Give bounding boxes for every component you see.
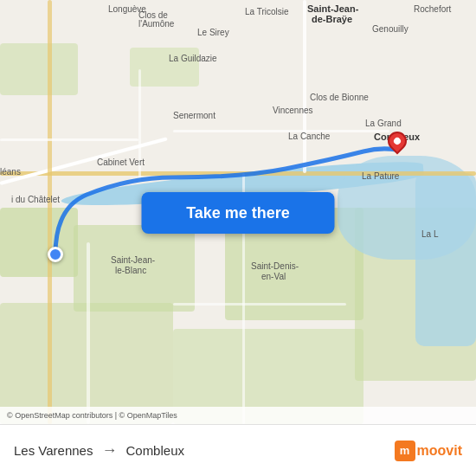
dest-marker-inner bbox=[383, 127, 410, 154]
attribution-text: © OpenStreetMap contributors | © OpenMap… bbox=[7, 411, 177, 420]
route-from: Les Varennes bbox=[14, 443, 93, 458]
route-to: Combleux bbox=[125, 443, 184, 458]
take-me-there-button[interactable]: Take me there bbox=[142, 192, 335, 234]
route-arrow: → bbox=[101, 441, 117, 460]
map-container: Saint-Jean- de-Braÿe Longuève Clos de l'… bbox=[0, 0, 476, 424]
moovit-icon: m bbox=[395, 441, 415, 461]
moovit-brand-text: moovit bbox=[417, 443, 462, 459]
bottom-bar: Les Varennes → Combleux m moovit bbox=[0, 424, 476, 476]
origin-marker bbox=[48, 247, 63, 262]
moovit-logo: m moovit bbox=[395, 441, 462, 461]
destination-marker bbox=[387, 132, 408, 158]
map-attribution: © OpenStreetMap contributors | © OpenMap… bbox=[0, 407, 476, 424]
